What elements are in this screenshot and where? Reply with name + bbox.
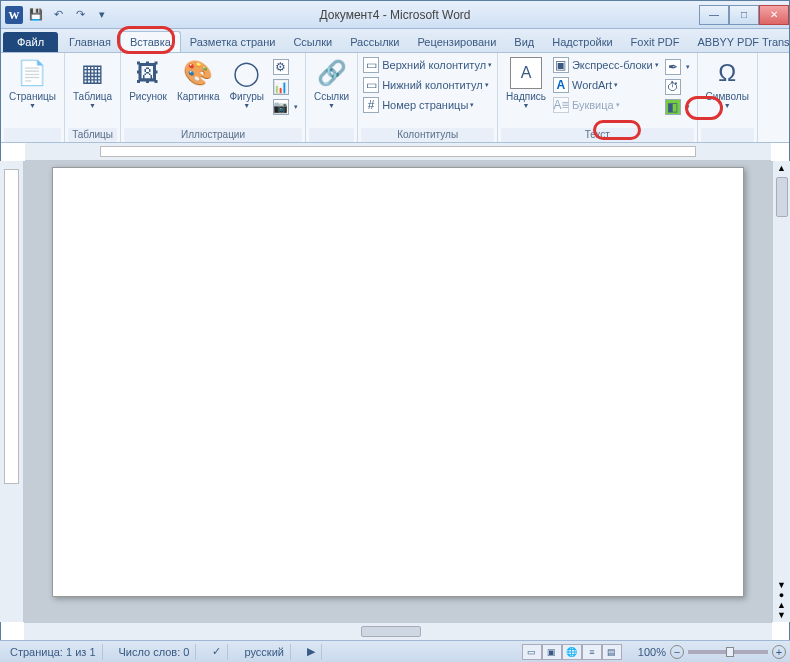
shapes-label: Фигуры [229,91,263,102]
chevron-down-icon: ▼ [724,102,731,109]
tab-foxit[interactable]: Foxit PDF [622,32,689,52]
view-outline[interactable]: ≡ [582,644,602,660]
wordart-icon: A [553,77,569,93]
qat-save-button[interactable]: 💾 [27,6,45,24]
page-number-button[interactable]: #Номер страницы▾ [361,95,494,115]
page-scroll-area[interactable] [24,161,772,622]
textbox-label: Надпись [506,91,546,102]
group-header-footer: ▭Верхний колонтитул▾ ▭Нижний колонтитул▾… [358,53,498,142]
quickparts-button[interactable]: ▣Экспресс-блоки▾ [551,55,661,75]
chart-button[interactable]: 📊 [271,77,300,97]
document-page[interactable] [52,167,744,597]
tab-addins[interactable]: Надстройки [543,32,621,52]
dropcap-button[interactable]: A≡Буквица▾ [551,95,661,115]
maximize-button[interactable]: □ [729,5,759,25]
minimize-button[interactable]: — [699,5,729,25]
tab-view[interactable]: Вид [505,32,543,52]
document-area: ▲ ▼ ● ▲ ▼ [0,161,790,622]
qat-customize-button[interactable]: ▾ [93,6,111,24]
view-fullscreen[interactable]: ▣ [542,644,562,660]
quickparts-icon: ▣ [553,57,569,73]
status-wordcount[interactable]: Число слов: 0 [113,644,197,660]
tab-review[interactable]: Рецензировани [409,32,506,52]
group-hf-label: Колонтитулы [361,128,494,142]
zoom-slider[interactable] [688,650,768,654]
wordart-button[interactable]: AWordArt▾ [551,75,661,95]
table-label: Таблица [73,91,112,102]
header-label: Верхний колонтитул [382,59,486,71]
footer-icon: ▭ [363,77,379,93]
group-illus-label: Иллюстрации [124,128,302,142]
symbols-button[interactable]: Ω Символы ▼ [701,55,754,111]
object-icon: ◧ [665,99,681,115]
word-app-icon[interactable]: W [5,6,23,24]
group-text: A Надпись ▼ ▣Экспресс-блоки▾ AWordArt▾ A… [498,53,697,142]
group-tables: ▦ Таблица ▼ Таблицы [65,53,121,142]
pagenum-label: Номер страницы [382,99,468,111]
screenshot-button[interactable]: 📷▾ [271,97,300,117]
horizontal-ruler[interactable] [25,143,771,161]
object-button[interactable]: ◧▾ [663,97,692,117]
links-button[interactable]: 🔗 Ссылки ▼ [309,55,354,111]
chevron-down-icon: ▼ [328,102,335,109]
zoom-slider-knob[interactable] [726,647,734,657]
table-button[interactable]: ▦ Таблица ▼ [68,55,117,111]
dropcap-icon: A≡ [553,97,569,113]
chevron-down-icon: ▼ [29,102,36,109]
link-icon: 🔗 [316,57,348,89]
view-buttons: ▭ ▣ 🌐 ≡ ▤ [522,644,622,660]
footer-button[interactable]: ▭Нижний колонтитул▾ [361,75,494,95]
tab-insert[interactable]: Вставка [120,31,181,52]
status-proofing[interactable]: ✓ [206,644,228,660]
tab-layout[interactable]: Разметка страни [181,32,285,52]
status-language[interactable]: русский [238,644,290,660]
chart-icon: 📊 [273,79,289,95]
status-page[interactable]: Страница: 1 из 1 [4,644,103,660]
zoom-level[interactable]: 100% [638,646,666,658]
pages-button[interactable]: 📄 Страницы ▼ [4,55,61,111]
group-links: 🔗 Ссылки ▼ [306,53,358,142]
view-print-layout[interactable]: ▭ [522,644,542,660]
tab-home[interactable]: Главная [60,32,120,52]
zoom-in-button[interactable]: + [772,645,786,659]
group-symbols: Ω Символы ▼ [698,53,758,142]
pages-icon: 📄 [16,57,48,89]
qat-undo-button[interactable]: ↶ [49,6,67,24]
zoom-controls: 100% − + [638,645,786,659]
textbox-button[interactable]: A Надпись ▼ [501,55,551,111]
tab-references[interactable]: Ссылки [284,32,341,52]
tab-mailings[interactable]: Рассылки [341,32,408,52]
datetime-icon: ⏱ [665,79,681,95]
clipart-button[interactable]: 🎨 Картинка [172,55,225,104]
footer-label: Нижний колонтитул [382,79,482,91]
vertical-ruler[interactable] [0,161,24,622]
qat-redo-button[interactable]: ↷ [71,6,89,24]
status-macro[interactable]: ▶ [301,644,322,660]
header-button[interactable]: ▭Верхний колонтитул▾ [361,55,494,75]
tab-abbyy[interactable]: ABBYY PDF Trans [689,32,790,52]
group-text-label: Текст [501,128,693,142]
omega-icon: Ω [711,57,743,89]
signature-button[interactable]: ✒▾ [663,57,692,77]
group-links-label [309,128,354,142]
datetime-button[interactable]: ⏱ [663,77,692,97]
shapes-button[interactable]: ◯ Фигуры ▼ [224,55,268,111]
horizontal-scrollbar[interactable] [24,622,772,640]
vertical-scrollbar[interactable]: ▲ ▼ ● ▲ ▼ [772,161,790,622]
tab-file[interactable]: Файл [3,32,58,52]
picture-button[interactable]: 🖼 Рисунок [124,55,172,104]
statusbar: Страница: 1 из 1 Число слов: 0 ✓ русский… [0,640,790,662]
pages-label: Страницы [9,91,56,102]
view-draft[interactable]: ▤ [602,644,622,660]
pagenum-icon: # [363,97,379,113]
close-button[interactable]: ✕ [759,5,789,25]
smartart-button[interactable]: ⚙ [271,57,300,77]
hscroll-thumb[interactable] [361,626,421,637]
textbox-icon: A [510,57,542,89]
symbols-label: Символы [706,91,749,102]
dropcap-label: Буквица [572,99,614,111]
smartart-icon: ⚙ [273,59,289,75]
clipart-icon: 🎨 [182,57,214,89]
zoom-out-button[interactable]: − [670,645,684,659]
view-web[interactable]: 🌐 [562,644,582,660]
